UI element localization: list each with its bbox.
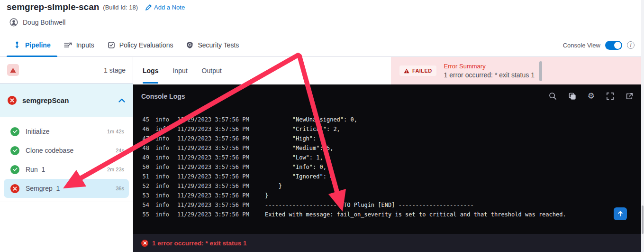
log-level: info bbox=[155, 134, 169, 143]
stage-summary-row: 1 stage bbox=[0, 57, 133, 84]
stage-count: 1 stage bbox=[104, 66, 126, 74]
log-timestamp: 11/29/2023 3:57:56 PM bbox=[177, 181, 249, 191]
log-message: } bbox=[265, 181, 282, 191]
tab-policy-evaluations[interactable]: Policy Evaluations bbox=[101, 33, 180, 56]
step-duration: 2m 23s bbox=[107, 167, 124, 172]
console-error-footer: 1 error occurred: * exit status 1 bbox=[133, 234, 641, 252]
info-icon[interactable]: i bbox=[627, 41, 635, 49]
search-icon[interactable] bbox=[549, 92, 557, 100]
pipeline-icon bbox=[13, 41, 21, 49]
success-status-icon bbox=[10, 146, 19, 155]
error-summary-scrollbar[interactable] bbox=[539, 61, 542, 81]
step-row-run-1[interactable]: Run_1 2m 23s bbox=[4, 160, 129, 179]
tab-label: Inputs bbox=[76, 41, 94, 49]
warning-triangle-icon bbox=[404, 68, 409, 74]
log-line-number: 54 bbox=[133, 200, 149, 210]
user-avatar-icon bbox=[9, 18, 18, 27]
log-level: info bbox=[155, 172, 169, 181]
log-level: info bbox=[155, 191, 169, 200]
toggle-knob bbox=[614, 42, 621, 49]
log-level: info bbox=[155, 115, 169, 124]
log-line: 53 info 11/29/2023 3:57:56 PM } bbox=[133, 191, 641, 200]
log-line-number: 47 bbox=[133, 134, 149, 143]
log-line: 46 info 11/29/2023 3:57:56 PM "Critical"… bbox=[133, 124, 641, 134]
log-line-number: 49 bbox=[133, 153, 149, 162]
build-id: (Build Id: 18) bbox=[103, 4, 138, 11]
step-row-clone-codebase[interactable]: Clone codebase 24s bbox=[4, 141, 129, 160]
console-view-controls: Console View i bbox=[563, 33, 635, 57]
log-line-number: 48 bbox=[133, 143, 149, 153]
step-label: Run_1 bbox=[26, 166, 107, 173]
scroll-to-top-button[interactable] bbox=[614, 207, 627, 220]
page-title: semgrep-simple-scan bbox=[7, 2, 99, 12]
error-circle-icon bbox=[141, 240, 148, 247]
build-header: semgrep-simple-scan (Build Id: 18) Add a… bbox=[0, 0, 644, 33]
user-name: Doug Bothwell bbox=[23, 19, 65, 26]
tab-inputs[interactable]: Inputs bbox=[57, 33, 101, 56]
log-level: info bbox=[155, 210, 169, 219]
log-line: 49 info 11/29/2023 3:57:56 PM "Low": 1, bbox=[133, 153, 641, 162]
log-timestamp: 11/29/2023 3:57:56 PM bbox=[177, 210, 249, 219]
step-duration: 36s bbox=[116, 186, 124, 191]
log-timestamp: 11/29/2023 3:57:56 PM bbox=[177, 172, 249, 181]
log-timestamp: 11/29/2023 3:57:56 PM bbox=[177, 200, 249, 210]
log-line: 51 info 11/29/2023 3:57:56 PM "Ignored":… bbox=[133, 172, 641, 181]
log-message: Exited with message: fail_on_severity is… bbox=[265, 210, 566, 219]
nav-tab-bar: Pipeline Inputs Policy Evaluations Secur… bbox=[0, 33, 644, 57]
log-level: info bbox=[155, 181, 169, 191]
log-message: "High": 0, bbox=[265, 134, 327, 143]
log-message: "Ignored": 0 bbox=[265, 172, 334, 181]
footer-error-message: 1 error occurred: * exit status 1 bbox=[152, 240, 247, 247]
security-shield-icon bbox=[186, 41, 193, 49]
arrow-up-icon bbox=[617, 211, 623, 217]
chevron-up-icon[interactable] bbox=[118, 98, 125, 103]
step-label: Clone codebase bbox=[26, 147, 116, 154]
stage-name: semgrepScan bbox=[22, 96, 118, 104]
step-row-semgrep-1[interactable]: Semgrep_1 36s bbox=[4, 179, 129, 198]
step-duration: 24s bbox=[116, 148, 124, 153]
tab-pipeline[interactable]: Pipeline bbox=[7, 33, 57, 56]
tab-security-tests[interactable]: Security Tests bbox=[180, 33, 245, 56]
page-scrollbar[interactable] bbox=[641, 0, 644, 252]
success-status-icon bbox=[10, 127, 19, 136]
log-timestamp: 11/29/2023 3:57:56 PM bbox=[177, 191, 249, 200]
log-line: 47 info 11/29/2023 3:57:56 PM "High": 0, bbox=[133, 134, 641, 143]
fullscreen-icon[interactable] bbox=[606, 92, 614, 100]
stage-sidebar: 1 stage semgrepScan Initialize 1m 42s Cl… bbox=[0, 57, 133, 252]
page-scrollbar-thumb[interactable] bbox=[642, 205, 644, 234]
log-timestamp: 11/29/2023 3:57:56 PM bbox=[177, 134, 249, 143]
policy-check-icon bbox=[108, 41, 115, 49]
status-badge-label: FAILED bbox=[412, 68, 432, 74]
failed-stage-chip bbox=[7, 64, 19, 76]
log-message: "NewUnassigned": 0, bbox=[265, 115, 357, 124]
log-message: "Info": 0, bbox=[265, 162, 327, 172]
step-label: Initialize bbox=[26, 128, 107, 135]
log-line-number: 55 bbox=[133, 210, 149, 219]
log-line-number: 51 bbox=[133, 172, 149, 181]
log-timestamp: 11/29/2023 3:57:56 PM bbox=[177, 162, 249, 172]
console-view-toggle[interactable] bbox=[605, 41, 622, 50]
pencil-icon bbox=[145, 4, 152, 10]
tab-output[interactable]: Output bbox=[202, 57, 222, 84]
status-badge: FAILED bbox=[399, 65, 436, 76]
add-note-button[interactable]: Add a Note bbox=[145, 4, 185, 11]
copy-icon[interactable] bbox=[568, 92, 576, 100]
log-line: 54 info 11/29/2023 3:57:56 PM ----------… bbox=[133, 200, 641, 210]
log-timestamp: 11/29/2023 3:57:56 PM bbox=[177, 143, 249, 153]
tab-input[interactable]: Input bbox=[172, 57, 187, 84]
log-level: info bbox=[155, 143, 169, 153]
console-log-lines: 45 info 11/29/2023 3:57:56 PM "NewUnassi… bbox=[133, 108, 641, 219]
log-message: --------------------- STO Plugin [END] -… bbox=[265, 200, 474, 210]
log-line-number: 53 bbox=[133, 191, 149, 200]
log-timestamp: 11/29/2023 3:57:56 PM bbox=[177, 124, 249, 134]
step-row-initialize[interactable]: Initialize 1m 42s bbox=[4, 122, 129, 141]
stage-row-semgrepscan[interactable]: semgrepScan bbox=[0, 84, 133, 117]
external-link-icon[interactable] bbox=[626, 93, 633, 100]
console-view-label: Console View bbox=[563, 42, 600, 49]
gear-icon[interactable]: ⚙ bbox=[588, 92, 595, 100]
tab-logs[interactable]: Logs bbox=[143, 57, 158, 84]
tab-label: Pipeline bbox=[25, 41, 51, 49]
log-timestamp: 11/29/2023 3:57:56 PM bbox=[177, 115, 249, 124]
log-line: 52 info 11/29/2023 3:57:56 PM } bbox=[133, 181, 641, 191]
log-line-number: 45 bbox=[133, 115, 149, 124]
